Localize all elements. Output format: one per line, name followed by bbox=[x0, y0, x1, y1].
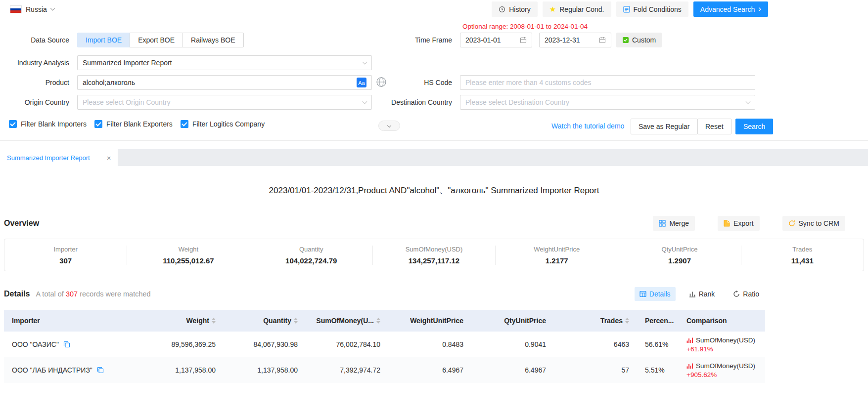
export-label: Export bbox=[733, 219, 753, 227]
copy-icon[interactable] bbox=[97, 367, 104, 374]
filter-logitics-company-checkbox[interactable]: Filter Logitics Company bbox=[181, 120, 265, 128]
search-form: Optional range: 2008-01-01 to 2024-01-04… bbox=[0, 18, 868, 141]
col-sum-of-money[interactable]: SumOfMoney(U... bbox=[306, 310, 388, 332]
tab-railways-boe[interactable]: Railways BOE bbox=[183, 33, 243, 47]
ratio-icon bbox=[733, 291, 740, 297]
weight-value: 1,137,958.00 bbox=[140, 357, 224, 383]
view-ratio-button[interactable]: Ratio bbox=[728, 287, 764, 301]
export-icon bbox=[724, 220, 730, 227]
copy-icon[interactable] bbox=[63, 341, 70, 348]
topbar: Russia History ★ Regular Cond. Fold Cond… bbox=[0, 0, 868, 18]
sort-icon[interactable] bbox=[294, 318, 298, 324]
product-label: Product bbox=[0, 75, 73, 90]
custom-icon bbox=[622, 37, 629, 43]
advanced-search-button[interactable]: Advanced Search › bbox=[693, 1, 768, 17]
merge-label: Merge bbox=[669, 219, 689, 227]
col-quantity[interactable]: Quantity bbox=[224, 310, 306, 332]
percent-value: 5.51% bbox=[637, 357, 679, 383]
optional-range-hint: Optional range: 2008-01-01 to 2024-01-04 bbox=[462, 23, 588, 30]
filter-blank-importers-label: Filter Blank Importers bbox=[21, 120, 87, 128]
stat-quantity: Quantity 104,022,724.79 bbox=[250, 246, 373, 265]
save-as-regular-button[interactable]: Save as Regular bbox=[631, 119, 698, 134]
tab-import-boe[interactable]: Import BOE bbox=[77, 33, 130, 47]
tutorial-demo-link[interactable]: Watch the tutorial demo bbox=[551, 122, 624, 130]
date-from-input[interactable]: 2023-01-01 bbox=[460, 33, 532, 47]
filter-logitics-company-label: Filter Logitics Company bbox=[192, 120, 265, 128]
overview-stats: Importer 307 Weight 110,255,012.67 Quant… bbox=[4, 239, 864, 271]
close-icon[interactable]: × bbox=[107, 154, 111, 162]
tab-label: Summarized Importer Report bbox=[7, 154, 90, 162]
search-button[interactable]: Search bbox=[735, 119, 773, 134]
quantity-value: 84,067,930.98 bbox=[224, 332, 306, 357]
regular-cond-button[interactable]: ★ Regular Cond. bbox=[543, 1, 611, 17]
export-button[interactable]: Export bbox=[718, 216, 759, 231]
sort-icon[interactable] bbox=[625, 318, 629, 324]
stat-sum-of-money: SumOfMoney(USD) 134,257,117.12 bbox=[373, 246, 496, 265]
hs-code-field bbox=[460, 75, 755, 90]
view-rank-button[interactable]: Rank bbox=[684, 287, 720, 301]
filter-checkboxes: Filter Blank Importers Filter Blank Expo… bbox=[9, 120, 265, 128]
russia-flag-icon bbox=[10, 5, 22, 13]
col-weight[interactable]: Weight bbox=[140, 310, 224, 332]
col-trades[interactable]: Trades bbox=[554, 310, 637, 332]
date-to-value: 2023-12-31 bbox=[545, 36, 595, 44]
merge-button[interactable]: Merge bbox=[653, 216, 695, 231]
chart-icon bbox=[686, 363, 693, 369]
time-frame-label: Time Frame bbox=[346, 33, 456, 47]
custom-range-button[interactable]: Custom bbox=[616, 33, 662, 47]
data-source-tabs: Import BOE Export BOE Railways BOE bbox=[77, 33, 244, 47]
filter-blank-exporters-checkbox[interactable]: Filter Blank Exporters bbox=[94, 120, 173, 128]
qty-unit-price-value: 0.9041 bbox=[471, 332, 554, 357]
view-details-button[interactable]: Details bbox=[635, 287, 676, 301]
table-header-row: Importer Weight Quantity SumOfMoney(U...… bbox=[4, 310, 765, 332]
product-input[interactable] bbox=[83, 79, 353, 86]
report-title: 2023/01/01-2023/12/31,Product AND"alcoho… bbox=[0, 185, 868, 196]
fold-conditions-button[interactable]: Fold Conditions bbox=[616, 1, 688, 17]
record-count: 307 bbox=[66, 290, 78, 298]
stat-importer: Importer 307 bbox=[4, 246, 127, 265]
tab-summarized-importer-report[interactable]: Summarized Importer Report × bbox=[0, 149, 118, 166]
chevron-down-icon bbox=[746, 99, 751, 104]
history-button[interactable]: History bbox=[492, 1, 538, 17]
comparison-cell: SumOfMoney(USD) +905.62% bbox=[686, 358, 757, 382]
star-icon: ★ bbox=[549, 5, 556, 13]
comparison-metric: SumOfMoney(USD) bbox=[696, 362, 755, 370]
chart-icon bbox=[686, 337, 693, 343]
regular-cond-label: Regular Cond. bbox=[559, 5, 604, 13]
filter-blank-exporters-label: Filter Blank Exporters bbox=[106, 120, 173, 128]
qty-unit-price-value: 6.4967 bbox=[471, 357, 554, 383]
col-qty-unit-price: QtyUnitPrice bbox=[471, 310, 554, 332]
chevron-right-icon: › bbox=[758, 4, 761, 13]
details-heading: Details bbox=[4, 290, 30, 298]
comparison-metric: SumOfMoney(USD) bbox=[696, 336, 755, 344]
table-row: ООО "ЛАБ ИНДАСТРИЗ" 1,137,958.00 1,137,9… bbox=[4, 357, 765, 383]
sort-icon[interactable] bbox=[376, 318, 380, 324]
date-to-input[interactable]: 2023-12-31 bbox=[539, 33, 611, 47]
tab-export-boe[interactable]: Export BOE bbox=[130, 33, 183, 47]
origin-country-select[interactable]: Please select Origin Country bbox=[77, 95, 372, 110]
sort-icon[interactable] bbox=[212, 318, 216, 324]
destination-country-select[interactable]: Please select Destination Country bbox=[460, 95, 755, 110]
importer-name[interactable]: ООО "ОАЗИС" bbox=[12, 340, 59, 348]
country-selector[interactable]: Russia bbox=[10, 5, 54, 13]
collapse-conditions-button[interactable] bbox=[378, 121, 400, 131]
overview-header: Overview Merge Export Sync to CRM bbox=[0, 216, 868, 231]
view-rank-label: Rank bbox=[699, 290, 715, 298]
checkbox-checked-icon bbox=[9, 120, 17, 128]
merge-icon bbox=[659, 220, 666, 227]
spacer bbox=[0, 141, 868, 149]
custom-label: Custom bbox=[632, 36, 656, 44]
industry-analysis-select[interactable]: Summarized Importer Report bbox=[77, 55, 372, 70]
product-field: Aa bbox=[77, 75, 372, 90]
importer-name[interactable]: ООО "ЛАБ ИНДАСТРИЗ" bbox=[12, 366, 92, 374]
trades-value: 57 bbox=[554, 357, 637, 383]
sync-icon bbox=[788, 220, 795, 227]
filter-blank-importers-checkbox[interactable]: Filter Blank Importers bbox=[9, 120, 87, 128]
hs-code-input[interactable] bbox=[465, 79, 750, 86]
sum-of-money-value: 7,392,974.72 bbox=[306, 357, 388, 383]
reset-button[interactable]: Reset bbox=[697, 119, 731, 134]
view-switcher: Details Rank Ratio bbox=[635, 287, 764, 301]
details-table: Importer Weight Quantity SumOfMoney(U...… bbox=[4, 310, 765, 383]
origin-country-placeholder: Please select Origin Country bbox=[83, 98, 359, 106]
sync-to-crm-button[interactable]: Sync to CRM bbox=[782, 216, 845, 231]
